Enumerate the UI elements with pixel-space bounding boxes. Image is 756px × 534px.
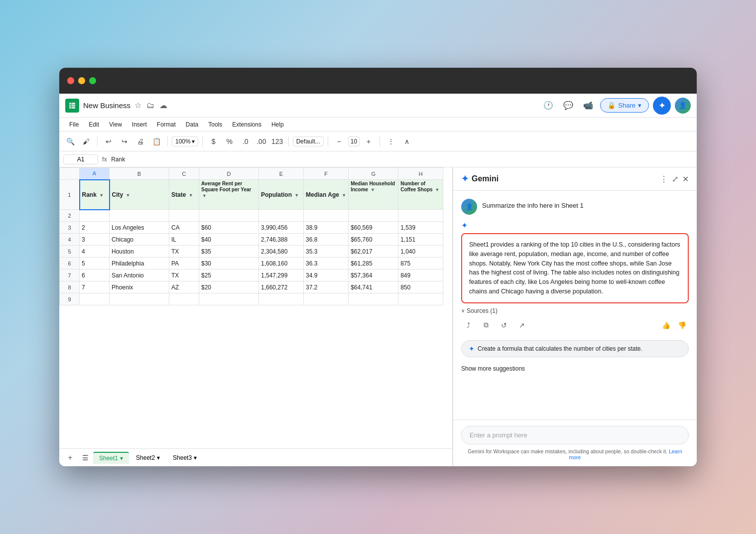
thumbs-up-icon[interactable]: 👍 xyxy=(659,318,673,332)
cell-c2[interactable] xyxy=(169,210,199,222)
cell-d7[interactable]: $25 xyxy=(199,269,259,281)
cell-h2[interactable] xyxy=(398,210,443,222)
filter-icon-state[interactable]: ▼ xyxy=(189,193,193,198)
cell-h9[interactable] xyxy=(398,293,443,305)
star-icon[interactable]: ☆ xyxy=(134,101,141,110)
menu-format[interactable]: Format xyxy=(153,120,180,129)
cell-e3[interactable]: 3,990,456 xyxy=(259,222,304,234)
col-header-c[interactable]: C xyxy=(169,168,199,180)
cell-a5[interactable]: 4 xyxy=(80,246,110,258)
collapse-btn[interactable]: ∧ xyxy=(400,134,414,148)
decimal1-btn[interactable]: .0 xyxy=(239,134,252,148)
cell-reference[interactable]: A1 xyxy=(63,154,98,164)
copy-icon[interactable]: ⧉ xyxy=(479,318,493,332)
cell-h5[interactable]: 1,040 xyxy=(398,246,443,258)
paint-format-btn[interactable]: 🖌 xyxy=(79,134,93,148)
cell-f2[interactable] xyxy=(304,210,349,222)
cell-b6[interactable]: Philadelphia xyxy=(110,258,169,269)
filter-icon-income[interactable]: ▼ xyxy=(371,187,375,192)
currency-btn[interactable]: $ xyxy=(207,134,221,148)
cell-h3[interactable]: 1,539 xyxy=(398,222,443,234)
cell-f4[interactable]: 36.8 xyxy=(304,234,349,246)
cell-h6[interactable]: 875 xyxy=(398,258,443,269)
sheet-menu-btn[interactable]: ☰ xyxy=(78,451,92,465)
cell-g1[interactable]: Median Household Income ▼ xyxy=(349,180,398,210)
cell-b7[interactable]: San Antonio xyxy=(110,269,169,281)
cell-a1[interactable]: Rank ▼ xyxy=(80,180,110,210)
menu-extensions[interactable]: Extensions xyxy=(228,120,265,129)
cell-e2[interactable] xyxy=(259,210,304,222)
cell-b9[interactable] xyxy=(110,293,169,305)
cell-e9[interactable] xyxy=(259,293,304,305)
col-header-d[interactable]: D xyxy=(199,168,259,180)
cell-e7[interactable]: 1,547,299 xyxy=(259,269,304,281)
undo-btn[interactable]: ↩ xyxy=(102,134,116,148)
insert-icon[interactable]: ⤴ xyxy=(461,318,475,332)
cell-d4[interactable]: $40 xyxy=(199,234,259,246)
col-header-b[interactable]: B xyxy=(110,168,169,180)
sheet-tab-1[interactable]: Sheet1 ▾ xyxy=(93,452,129,464)
thumbs-down-icon[interactable]: 👎 xyxy=(675,318,689,332)
number-btn[interactable]: 123 xyxy=(270,134,284,148)
gemini-header-button[interactable]: ✦ xyxy=(653,97,671,115)
minus-btn[interactable]: − xyxy=(332,134,346,148)
add-sheet-button[interactable]: + xyxy=(63,451,77,465)
cell-a7[interactable]: 6 xyxy=(80,269,110,281)
cell-h7[interactable]: 849 xyxy=(398,269,443,281)
percent-btn[interactable]: % xyxy=(223,134,237,148)
search-btn[interactable]: 🔍 xyxy=(63,134,77,148)
font-size-control[interactable]: 10 xyxy=(348,136,360,146)
cell-h1[interactable]: Number of Coffee Shops ▼ xyxy=(398,180,443,210)
cell-a9[interactable] xyxy=(80,293,110,305)
show-more-button[interactable]: Show more suggestions xyxy=(461,363,689,374)
filter-icon-rank[interactable]: ▼ xyxy=(99,193,104,198)
video-icon[interactable]: 📹 xyxy=(580,98,596,114)
cell-e6[interactable]: 1,608,160 xyxy=(259,258,304,269)
redo-btn[interactable]: ↪ xyxy=(118,134,131,148)
cell-f3[interactable]: 38.9 xyxy=(304,222,349,234)
cell-f1[interactable]: Median Age ▼ xyxy=(304,180,349,210)
minimize-button[interactable] xyxy=(78,77,85,84)
cell-b1[interactable]: City ▼ xyxy=(110,180,169,210)
close-panel-icon[interactable]: ✕ xyxy=(682,174,689,184)
expand-icon[interactable]: ⤢ xyxy=(672,174,678,184)
cell-f7[interactable]: 34.9 xyxy=(304,269,349,281)
cell-f8[interactable]: 37.2 xyxy=(304,281,349,293)
cell-d9[interactable] xyxy=(199,293,259,305)
cell-c3[interactable]: CA xyxy=(169,222,199,234)
cell-e8[interactable]: 1,660,272 xyxy=(259,281,304,293)
filter-icon-rent[interactable]: ▼ xyxy=(202,193,207,198)
sheet-scroll[interactable]: A B C D E F G H 1 xyxy=(59,167,452,448)
retry-icon[interactable]: ↺ xyxy=(497,318,511,332)
cell-e1[interactable]: Population ▼ xyxy=(259,180,304,210)
decimal2-btn[interactable]: .00 xyxy=(254,134,268,148)
menu-help[interactable]: Help xyxy=(267,120,288,129)
print-btn[interactable]: 🖨 xyxy=(133,134,147,148)
menu-data[interactable]: Data xyxy=(182,120,202,129)
cloud-icon[interactable]: ☁ xyxy=(159,101,167,110)
filter-icon-pop[interactable]: ▼ xyxy=(294,193,299,198)
cell-f9[interactable] xyxy=(304,293,349,305)
col-header-g[interactable]: G xyxy=(349,168,398,180)
col-header-f[interactable]: F xyxy=(304,168,349,180)
cell-c4[interactable]: IL xyxy=(169,234,199,246)
cell-a2[interactable] xyxy=(80,210,110,222)
cell-b2[interactable] xyxy=(110,210,169,222)
history-icon[interactable]: 🕐 xyxy=(540,98,556,114)
cell-f5[interactable]: 35.3 xyxy=(304,246,349,258)
filter-icon-age[interactable]: ▼ xyxy=(342,193,346,198)
sheet-tab-2[interactable]: Sheet2 ▾ xyxy=(130,452,166,463)
cell-g8[interactable]: $64,741 xyxy=(349,281,398,293)
filter-icon-coffee[interactable]: ▼ xyxy=(435,187,439,192)
suggestion-pill[interactable]: ✦ Create a formula that calculates the n… xyxy=(461,340,689,357)
share-response-icon[interactable]: ↗ xyxy=(515,318,529,332)
cell-g7[interactable]: $57,364 xyxy=(349,269,398,281)
sources-row[interactable]: ∨ Sources (1) xyxy=(461,307,689,314)
menu-tools[interactable]: Tools xyxy=(204,120,226,129)
menu-file[interactable]: File xyxy=(65,120,83,129)
cell-b5[interactable]: Houston xyxy=(110,246,169,258)
plus-btn[interactable]: + xyxy=(362,134,376,148)
cell-d8[interactable]: $20 xyxy=(199,281,259,293)
cell-d6[interactable]: $30 xyxy=(199,258,259,269)
cell-c9[interactable] xyxy=(169,293,199,305)
